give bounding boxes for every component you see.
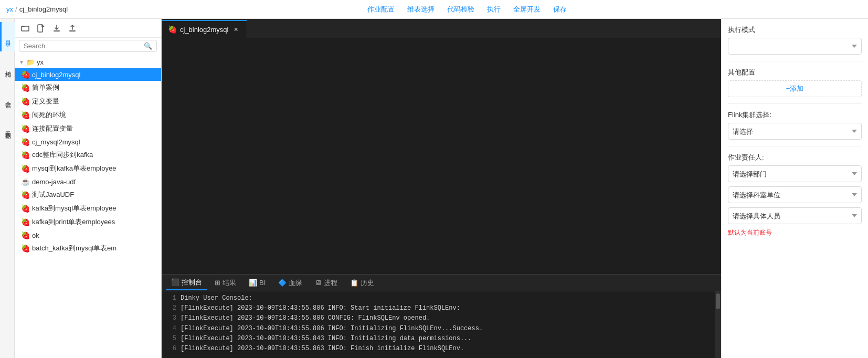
- bi-icon: 📊: [249, 279, 257, 287]
- tree-item-label: 测试JavaUDF: [32, 190, 74, 199]
- structure-label: 结构: [4, 66, 12, 68]
- tree-item-ok[interactable]: 🍓 ok: [15, 229, 161, 241]
- menu-save[interactable]: 保存: [553, 5, 567, 14]
- editor-content[interactable]: [162, 38, 721, 274]
- tree-item-cj-binlog2mysql[interactable]: 🍓 cj_binlog2mysql: [15, 68, 161, 81]
- tab-close-button[interactable]: ✕: [232, 25, 240, 34]
- line-number: 2: [166, 303, 176, 313]
- sidebar-item-conversation[interactable]: 会话: [0, 83, 15, 112]
- line-text: [FlinkExecute] 2023-10-09T10:43:55.806 C…: [181, 313, 430, 323]
- search-input[interactable]: [24, 42, 142, 50]
- person-select[interactable]: 请选择具体人员: [728, 207, 862, 224]
- owner-label: 作业责任人:: [728, 153, 862, 162]
- tree-item-label: kafka到mysql单表employee: [32, 204, 116, 213]
- divider-2: [728, 103, 862, 104]
- item-icon: 🍓: [21, 164, 30, 173]
- add-config-button[interactable]: +添加: [728, 80, 862, 97]
- conversation-label: 会话: [4, 97, 12, 99]
- item-icon: 🍓: [21, 191, 30, 199]
- line-number: 3: [166, 313, 176, 323]
- sidebar-item-meta[interactable]: 元数据: [0, 113, 15, 143]
- exec-mode-section: 执行模式 流式执行 批量执行: [728, 25, 862, 55]
- bottom-tab-console[interactable]: ⬛ 控制台: [166, 276, 207, 290]
- tree-item-label: cdc整库同步到kafka: [32, 150, 93, 160]
- exec-mode-select[interactable]: 流式执行 批量执行: [728, 38, 862, 55]
- process-label: 进程: [324, 278, 337, 288]
- sidebar-item-structure[interactable]: 结构: [0, 52, 15, 82]
- item-icon: 🍓: [21, 218, 30, 226]
- editor-area: 🍓 cj_binlog2mysql ✕: [162, 19, 721, 274]
- item-icon: 🍓: [21, 231, 30, 239]
- flink-cluster-section: Flink集群选择: 请选择: [728, 110, 862, 140]
- svg-rect-6: [54, 30, 60, 31]
- process-icon: 🖥: [315, 279, 322, 287]
- other-config-section: 其他配置 +添加: [728, 68, 862, 97]
- tree-item-test-java-udf[interactable]: 🍓 测试JavaUDF: [15, 188, 161, 202]
- tree-item-define-var[interactable]: 🍓 定义变量: [15, 94, 161, 108]
- result-icon: ⊞: [215, 279, 220, 287]
- new-folder-button[interactable]: [19, 22, 31, 35]
- menu-job-config[interactable]: 作业配置: [367, 5, 395, 14]
- tree-item-label: ok: [32, 231, 39, 239]
- tab-label: cj_binlog2mysql: [180, 26, 229, 34]
- download-button[interactable]: [50, 22, 63, 35]
- upload-button[interactable]: [66, 22, 79, 35]
- search-icon[interactable]: 🔍: [144, 42, 152, 50]
- folder-icon: 📁: [26, 58, 35, 66]
- directory-label: 目录: [4, 36, 12, 38]
- console-line-3: 3 [FlinkExecute] 2023-10-09T10:43:55.806…: [166, 313, 711, 323]
- bottom-tabs: ⬛ 控制台 ⊞ 结果 📊 BI 🔷 血缘 🖥 进程: [162, 275, 721, 291]
- lab-select[interactable]: 请选择科室单位: [728, 186, 862, 203]
- menu-dim-table[interactable]: 维表选择: [407, 5, 435, 14]
- line-number: 1: [166, 293, 176, 303]
- main-layout: 目录 结构 会话 元数据 🔍: [0, 19, 868, 358]
- editor-tab-active[interactable]: 🍓 cj_binlog2mysql ✕: [162, 20, 247, 38]
- menu-fullscreen[interactable]: 全屏开发: [513, 5, 541, 14]
- bottom-tab-process[interactable]: 🖥 进程: [310, 276, 343, 290]
- tree-item-conn-config-var[interactable]: 🍓 连接配置变量: [15, 122, 161, 135]
- bottom-tab-result[interactable]: ⊞ 结果: [209, 276, 241, 290]
- console-label: 控制台: [182, 278, 202, 287]
- dept-select[interactable]: 请选择部门: [728, 165, 862, 182]
- bottom-tab-lineage[interactable]: 🔷 血缘: [273, 276, 308, 290]
- tree-item-demo-java-udf[interactable]: ☕ demo-java-udf: [15, 175, 161, 188]
- bottom-tab-history[interactable]: 📋 历史: [345, 276, 379, 290]
- console-line-2: 2 [FlinkExecute] 2023-10-09T10:43:55.806…: [166, 303, 711, 313]
- result-label: 结果: [223, 278, 236, 288]
- tree-item-kafka-print-employees[interactable]: 🍓 kafka到print单表employees: [15, 215, 161, 229]
- tree-item-mysql-kafka-employee[interactable]: 🍓 mysql到kafka单表employee: [15, 162, 161, 175]
- flink-cluster-select[interactable]: 请选择: [728, 123, 862, 140]
- top-menu: 作业配置 维表选择 代码检验 执行 全屏开发 保存: [72, 5, 862, 14]
- flink-cluster-label: Flink集群选择:: [728, 110, 862, 120]
- sidebar-icons: 目录 结构 会话 元数据: [0, 19, 15, 358]
- tree-item-kafka-mysql-employee[interactable]: 🍓 kafka到mysql单表employee: [15, 202, 161, 215]
- console-line-6: 6 [FlinkExecute] 2023-10-09T10:43:55.863…: [166, 344, 711, 354]
- breadcrumb-yx[interactable]: yx: [6, 5, 13, 13]
- line-text: [FlinkExecute] 2023-10-09T10:43:55.806 I…: [181, 324, 483, 334]
- history-label: 历史: [361, 278, 374, 288]
- default-hint: 默认为当前账号: [728, 228, 862, 237]
- menu-execute[interactable]: 执行: [487, 5, 501, 14]
- tree-item-flink-env[interactable]: 🍓 闯死的环境: [15, 108, 161, 122]
- tree-item-simple-case[interactable]: 🍓 简单案例: [15, 81, 161, 94]
- history-icon: 📋: [350, 279, 358, 287]
- file-panel: 🔍 ▼ 📁 yx 🍓 cj_binlog2mysql 🍓 简单案例 🍓 定义变量: [15, 19, 162, 358]
- bottom-tab-bi[interactable]: 📊 BI: [244, 276, 271, 290]
- folder-label: yx: [37, 58, 44, 66]
- tree-item-label: cj_binlog2mysql: [32, 71, 81, 79]
- new-file-button[interactable]: [35, 22, 47, 35]
- tree-item-label: cj_mysql2mysql: [32, 138, 80, 146]
- exec-mode-label: 执行模式: [728, 25, 862, 35]
- sidebar-item-directory[interactable]: 目录: [0, 22, 15, 51]
- tree-item-batch-kafka-mysql[interactable]: 🍓 batch_kafka到mysql单表em: [15, 241, 161, 255]
- tree-item-label: 简单案例: [32, 83, 59, 92]
- line-number: 4: [166, 324, 176, 334]
- lineage-label: 血缘: [289, 278, 302, 288]
- breadcrumb-separator: /: [15, 5, 17, 13]
- tree-item-cj-mysql2mysql[interactable]: 🍓 cj_mysql2mysql: [15, 135, 161, 148]
- search-box: 🔍: [19, 40, 157, 52]
- tree-folder-yx[interactable]: ▼ 📁 yx: [15, 56, 161, 68]
- tree-item-cdc-db-kafka[interactable]: 🍓 cdc整库同步到kafka: [15, 148, 161, 162]
- menu-code-check[interactable]: 代码检验: [447, 5, 474, 14]
- console-scrollbar[interactable]: [715, 291, 721, 358]
